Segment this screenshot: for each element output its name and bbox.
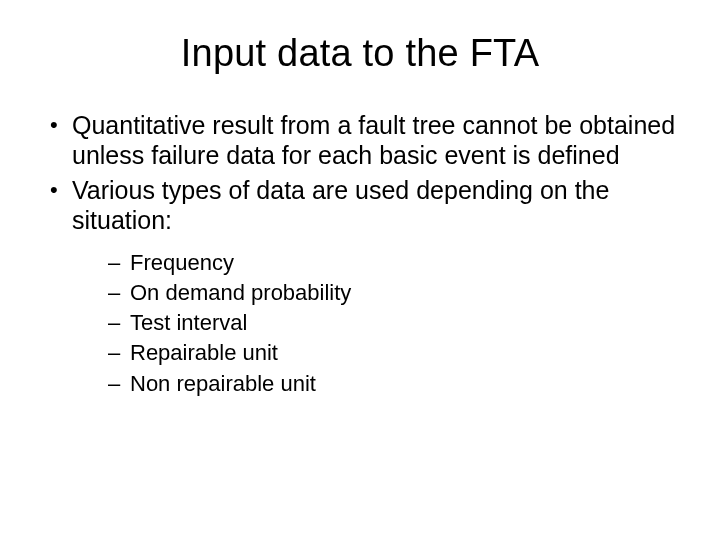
sub-bullet-text: Frequency (130, 250, 234, 275)
sub-bullet-item: Test interval (108, 309, 680, 337)
bullet-item: Various types of data are used depending… (46, 176, 680, 398)
sub-bullet-text: Repairable unit (130, 340, 278, 365)
bullet-text: Various types of data are used depending… (72, 176, 609, 234)
bullet-text: Quantitative result from a fault tree ca… (72, 111, 675, 169)
bullet-item: Quantitative result from a fault tree ca… (46, 111, 680, 170)
sub-bullet-list: Frequency On demand probability Test int… (72, 249, 680, 398)
sub-bullet-item: Repairable unit (108, 339, 680, 367)
sub-bullet-item: Non repairable unit (108, 370, 680, 398)
sub-bullet-text: Test interval (130, 310, 247, 335)
sub-bullet-item: On demand probability (108, 279, 680, 307)
slide-title: Input data to the FTA (40, 32, 680, 75)
slide: Input data to the FTA Quantitative resul… (0, 0, 720, 540)
sub-bullet-text: On demand probability (130, 280, 351, 305)
bullet-list: Quantitative result from a fault tree ca… (40, 111, 680, 398)
sub-bullet-item: Frequency (108, 249, 680, 277)
sub-bullet-text: Non repairable unit (130, 371, 316, 396)
